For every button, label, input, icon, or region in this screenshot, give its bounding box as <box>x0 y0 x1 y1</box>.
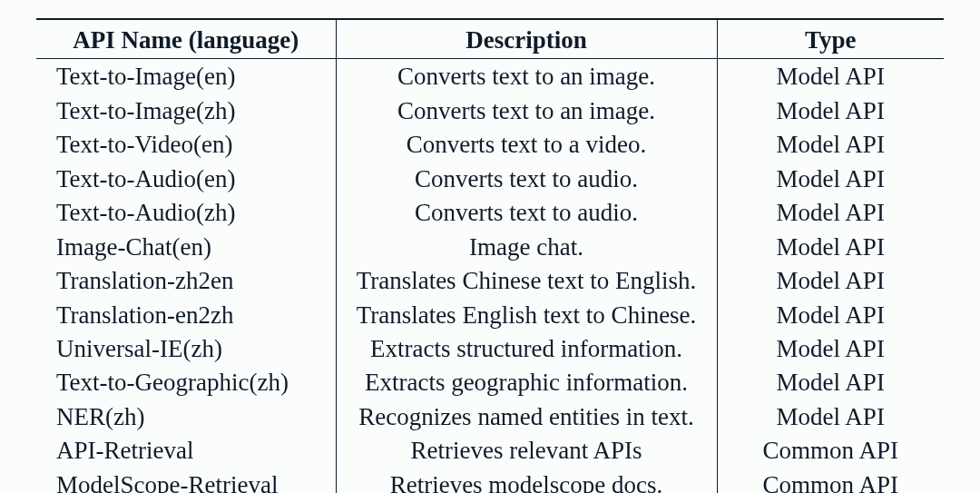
cell-description: Retrieves modelscope docs. <box>336 468 717 493</box>
cell-type: Model API <box>717 230 944 263</box>
cell-description: Converts text to audio. <box>336 195 717 229</box>
cell-description: Recognizes named entities in text. <box>336 399 717 433</box>
cell-type: Model API <box>717 59 944 94</box>
cell-description: Translates Chinese text to English. <box>336 263 717 297</box>
cell-description: Converts text to an image. <box>336 59 717 94</box>
cell-api-name: Universal-IE(zh) <box>36 331 336 365</box>
cell-type: Model API <box>717 298 944 331</box>
cell-type: Common API <box>717 433 944 467</box>
cell-type: Model API <box>717 195 944 229</box>
cell-api-name: API-Retrieval <box>36 433 336 467</box>
cell-description: Translates English text to Chinese. <box>336 298 717 331</box>
table-row: Text-to-Image(zh)Converts text to an ima… <box>36 94 944 127</box>
table-row: Translation-zh2enTranslates Chinese text… <box>36 263 944 297</box>
cell-description: Image chat. <box>336 230 717 263</box>
cell-api-name: Text-to-Image(zh) <box>36 94 336 127</box>
table-row: ModelScope-RetrievalRetrieves modelscope… <box>36 468 944 493</box>
table-row: Universal-IE(zh)Extracts structured info… <box>36 331 944 365</box>
cell-type: Model API <box>717 263 944 297</box>
cell-api-name: Translation-zh2en <box>36 263 336 297</box>
table-row: Translation-en2zhTranslates English text… <box>36 298 944 331</box>
cell-api-name: Translation-en2zh <box>36 298 336 331</box>
cell-type: Model API <box>717 94 944 127</box>
cell-description: Converts text to a video. <box>336 127 717 161</box>
cell-description: Extracts geographic information. <box>336 365 717 399</box>
table-header-row: API Name (language) Description Type <box>36 19 944 59</box>
cell-api-name: Text-to-Audio(zh) <box>36 195 336 229</box>
cell-type: Model API <box>717 399 944 433</box>
cell-api-name: Text-to-Video(en) <box>36 127 336 161</box>
cell-api-name: Text-to-Geographic(zh) <box>36 365 336 399</box>
cell-api-name: Image-Chat(en) <box>36 230 336 263</box>
table-row: Text-to-Audio(en)Converts text to audio.… <box>36 162 944 195</box>
cell-type: Model API <box>717 331 944 365</box>
cell-api-name: NER(zh) <box>36 399 336 433</box>
table-row: Text-to-Video(en)Converts text to a vide… <box>36 127 944 161</box>
table-row: Text-to-Audio(zh)Converts text to audio.… <box>36 195 944 229</box>
cell-description: Extracts structured information. <box>336 331 717 365</box>
cell-description: Retrieves relevant APIs <box>336 433 717 467</box>
cell-type: Common API <box>717 468 944 493</box>
header-api-name: API Name (language) <box>36 19 336 59</box>
cell-description: Converts text to an image. <box>336 94 717 127</box>
cell-api-name: Text-to-Image(en) <box>36 59 336 94</box>
table-row: Image-Chat(en)Image chat.Model API <box>36 230 944 263</box>
cell-api-name: Text-to-Audio(en) <box>36 162 336 195</box>
cell-description: Converts text to audio. <box>336 162 717 195</box>
api-table: API Name (language) Description Type Tex… <box>36 18 944 493</box>
table-row: Text-to-Image(en)Converts text to an ima… <box>36 59 944 94</box>
table-row: NER(zh)Recognizes named entities in text… <box>36 399 944 433</box>
cell-type: Model API <box>717 365 944 399</box>
cell-type: Model API <box>717 127 944 161</box>
table-row: API-RetrievalRetrieves relevant APIsComm… <box>36 433 944 467</box>
cell-type: Model API <box>717 162 944 195</box>
table-row: Text-to-Geographic(zh)Extracts geographi… <box>36 365 944 399</box>
header-description: Description <box>336 19 717 59</box>
cell-api-name: ModelScope-Retrieval <box>36 468 336 493</box>
header-type: Type <box>717 19 944 59</box>
